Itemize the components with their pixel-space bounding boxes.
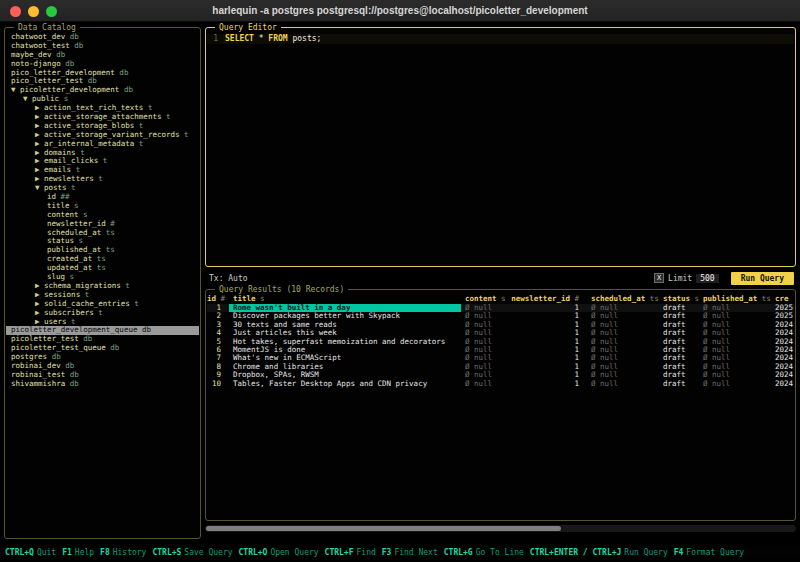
table-cell[interactable]: Ø null (587, 371, 659, 379)
table-cell[interactable]: Ø null (699, 312, 771, 320)
column-header-cre[interactable]: cre (771, 295, 794, 304)
chevron-right-icon[interactable]: ▶ (35, 317, 44, 326)
table-cell[interactable]: 9 (207, 371, 229, 379)
catalog-item-title[interactable]: title s (6, 202, 199, 211)
run-query-button[interactable]: Run Query (731, 272, 794, 285)
table-cell[interactable]: 10 (207, 380, 229, 388)
keybinding-go-to-line[interactable]: CTRL+GGo To Line (444, 548, 524, 557)
table-cell[interactable]: Ø null (699, 380, 771, 388)
chevron-right-icon[interactable]: ▶ (35, 308, 44, 317)
keybinding-help[interactable]: F1Help (62, 548, 94, 557)
table-cell[interactable]: Ø null (461, 321, 507, 329)
table-cell[interactable]: Ø null (587, 312, 659, 320)
table-cell[interactable]: Discover packages better with Skypack (229, 312, 461, 320)
keybinding-run-query[interactable]: CTRL+ENTER / CTRL+JRun Query (530, 548, 668, 557)
table-cell[interactable]: 4 (207, 329, 229, 337)
table-cell[interactable]: Rome wasn't built in a day (229, 304, 461, 312)
minimize-button[interactable] (28, 6, 39, 17)
table-cell[interactable]: Ø null (699, 321, 771, 329)
chevron-down-icon[interactable]: ▼ (11, 85, 20, 94)
catalog-item-scheduled_at[interactable]: scheduled_at ts (6, 229, 199, 238)
table-cell[interactable]: 8 (207, 363, 229, 371)
horizontal-scrollbar[interactable] (205, 525, 796, 532)
table-cell[interactable]: 2024 (771, 371, 794, 379)
table-cell[interactable]: draft (659, 346, 699, 354)
table-cell[interactable]: Ø null (587, 346, 659, 354)
table-cell[interactable]: 2025 (771, 304, 794, 312)
table-cell[interactable]: 2024 (771, 329, 794, 337)
catalog-item-id[interactable]: id ## (6, 193, 199, 202)
catalog-item-updated_at[interactable]: updated_at ts (6, 264, 199, 273)
table-cell[interactable]: draft (659, 329, 699, 337)
chevron-down-icon[interactable]: ▼ (23, 94, 32, 103)
table-cell[interactable]: Ø null (699, 329, 771, 337)
table-cell[interactable]: Ø null (461, 346, 507, 354)
column-header-title[interactable]: title s (229, 295, 461, 304)
chevron-right-icon[interactable]: ▶ (35, 299, 44, 308)
table-cell[interactable]: 5 (207, 338, 229, 346)
table-cell[interactable]: draft (659, 354, 699, 362)
chevron-right-icon[interactable]: ▶ (35, 139, 44, 148)
table-cell[interactable]: draft (659, 371, 699, 379)
transaction-mode-toggle[interactable]: Tx: Auto (205, 274, 248, 283)
chevron-right-icon[interactable]: ▶ (35, 148, 44, 157)
table-cell[interactable]: draft (659, 312, 699, 320)
table-cell[interactable]: 2024 (771, 338, 794, 346)
table-cell[interactable]: MomentJS is done (229, 346, 461, 354)
scrollbar-thumb[interactable] (206, 526, 561, 531)
table-cell[interactable]: 2024 (771, 354, 794, 362)
table-cell[interactable]: draft (659, 338, 699, 346)
column-header-content[interactable]: content s (461, 295, 507, 304)
keybinding-history[interactable]: F8History (100, 548, 146, 557)
table-cell[interactable]: Ø null (587, 329, 659, 337)
table-cell[interactable]: Ø null (699, 363, 771, 371)
table-cell[interactable]: What's new in ECMAScript (229, 354, 461, 362)
table-cell[interactable]: Ø null (699, 354, 771, 362)
query-editor-panel[interactable]: Query Editor 1 SELECT * FROM posts; (205, 27, 796, 267)
keybinding-quit[interactable]: CTRL+QQuit (5, 548, 56, 557)
table-cell[interactable]: 1 (507, 304, 587, 312)
editor-code-line[interactable]: SELECT * FROM posts; (223, 34, 794, 44)
table-cell[interactable]: Ø null (699, 371, 771, 379)
keybinding-save-query[interactable]: CTRL+SSave Query (152, 548, 232, 557)
table-cell[interactable]: Ø null (699, 338, 771, 346)
chevron-right-icon[interactable]: ▶ (35, 121, 44, 130)
table-cell[interactable]: Ø null (587, 380, 659, 388)
editor-code-area[interactable]: 1 SELECT * FROM posts; (207, 34, 794, 44)
zoom-button[interactable] (46, 6, 57, 17)
table-cell[interactable]: 1 (207, 304, 229, 312)
table-cell[interactable]: 1 (507, 338, 587, 346)
chevron-right-icon[interactable]: ▶ (35, 103, 44, 112)
keybinding-find[interactable]: CTRL+FFind (325, 548, 376, 557)
chevron-right-icon[interactable]: ▶ (35, 165, 44, 174)
keybinding-open-query[interactable]: CTRL+OOpen Query (239, 548, 319, 557)
column-header-status[interactable]: status s (659, 295, 699, 304)
table-cell[interactable]: Ø null (461, 371, 507, 379)
table-cell[interactable]: 7 (207, 354, 229, 362)
table-cell[interactable]: draft (659, 363, 699, 371)
table-cell[interactable]: draft (659, 321, 699, 329)
table-cell[interactable]: Ø null (587, 363, 659, 371)
table-cell[interactable]: Ø null (461, 363, 507, 371)
table-cell[interactable]: Ø null (699, 304, 771, 312)
table-cell[interactable]: 2024 (771, 380, 794, 388)
table-cell[interactable]: 1 (507, 380, 587, 388)
table-cell[interactable]: 1 (507, 312, 587, 320)
table-cell[interactable]: Ø null (461, 304, 507, 312)
table-cell[interactable]: draft (659, 304, 699, 312)
chevron-right-icon[interactable]: ▶ (35, 290, 44, 299)
table-cell[interactable]: Hot takes, superfast memoization and dec… (229, 338, 461, 346)
table-cell[interactable]: 2024 (771, 363, 794, 371)
table-cell[interactable]: Ø null (461, 354, 507, 362)
table-cell[interactable]: draft (659, 380, 699, 388)
chevron-right-icon[interactable]: ▶ (35, 130, 44, 139)
table-cell[interactable]: Ø null (587, 354, 659, 362)
table-cell[interactable]: Just articles this week (229, 329, 461, 337)
table-cell[interactable]: Ø null (699, 346, 771, 354)
table-cell[interactable]: 2025 (771, 312, 794, 320)
table-cell[interactable]: Ø null (587, 321, 659, 329)
chevron-right-icon[interactable]: ▶ (35, 112, 44, 121)
limit-value-input[interactable]: 500 (696, 274, 718, 283)
catalog-item-shivammishra[interactable]: shivammishra db (6, 380, 199, 389)
column-header-newsletter_id[interactable]: newsletter_id # (507, 295, 587, 304)
